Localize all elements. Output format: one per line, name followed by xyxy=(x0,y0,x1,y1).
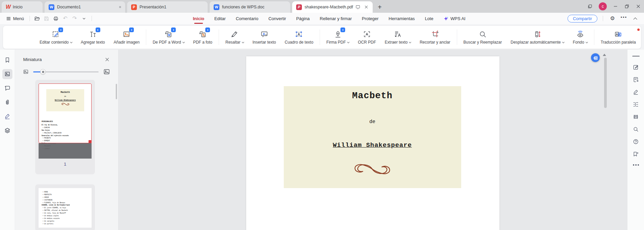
wps-logo-icon: W xyxy=(6,4,10,10)
ribbon-fondo[interactable]: Fondo xyxy=(569,27,592,48)
new-tab-button[interactable]: + xyxy=(375,2,385,12)
annotate-icon[interactable] xyxy=(631,62,641,72)
tab-bar: W Inicio W Documento1 P Presentación1 W … xyxy=(0,0,644,13)
ribbon-editar-contenido[interactable]: Editar contenido xyxy=(35,27,76,48)
ribbon-buscar-y-reemplazar[interactable]: Buscar y Reemplazar xyxy=(459,27,506,48)
thumb-text-line: El joven SIWARD, su hijo xyxy=(42,207,92,209)
add-image-icon xyxy=(122,30,131,39)
tab-funciones-de-wps[interactable]: W funciones de WPS.doc xyxy=(210,1,290,13)
document-viewer[interactable]: Macbeth de William Shakespeare xyxy=(118,50,627,230)
thumb-text-line: SEYTON, oficial de Macbeth xyxy=(42,209,92,212)
thumbnail-zoom-slider[interactable] xyxy=(33,69,99,74)
close-tab-icon[interactable] xyxy=(364,5,369,10)
ribbon-recortar-y-anclar[interactable]: Recortar y anclar xyxy=(415,27,454,48)
writer-doc-icon: W xyxy=(49,4,54,10)
document-scrollbar[interactable] xyxy=(604,58,607,108)
ribbon-de-pdf-a-word[interactable]: De PDF a Word xyxy=(148,27,189,48)
menu-tab-proteger[interactable]: Proteger xyxy=(357,13,384,24)
scroll-up-arrow[interactable] xyxy=(603,54,606,56)
thumbnail-page-2[interactable]: ROSSMENTEITHANGUSCAITHNESSFLEANCE, hijo … xyxy=(35,184,95,230)
crop-pin-icon xyxy=(431,30,439,39)
bookmark-icon[interactable] xyxy=(2,55,12,65)
collapse-ribbon-icon[interactable] xyxy=(631,14,639,22)
wps-pdf-window: W Inicio W Documento1 P Presentación1 W … xyxy=(0,0,644,230)
save-icon[interactable] xyxy=(43,14,51,22)
thumb-text-line: Un sargento xyxy=(42,220,92,223)
chevron-down-icon xyxy=(562,41,565,43)
share-button[interactable]: Compartir xyxy=(568,15,597,22)
layers-icon[interactable] xyxy=(2,125,12,135)
attachment-icon[interactable] xyxy=(2,97,12,107)
tab-home[interactable]: W Inicio xyxy=(2,1,43,13)
ribbon-agregar-texto[interactable]: Agregar texto xyxy=(76,27,109,48)
separator xyxy=(320,30,320,45)
menu-tab-convertir[interactable]: Convertir xyxy=(263,13,291,24)
ribbon-wrap: Editar contenido Agregar texto Añadir im… xyxy=(0,24,644,50)
visible-area-frame[interactable] xyxy=(39,83,92,143)
comment-icon[interactable] xyxy=(2,83,12,93)
menu-tab-inicio[interactable]: Inicio xyxy=(188,13,209,24)
reader-mode-icon[interactable] xyxy=(631,112,641,121)
ribbon-anadir-imagen[interactable]: Añadir imagen xyxy=(109,27,144,48)
menu-tab-wps-ai[interactable]: WPS AI xyxy=(438,13,471,24)
print-icon[interactable] xyxy=(52,14,60,22)
layout-columns-icon[interactable] xyxy=(631,100,641,109)
zoom-in-thumbnails-icon[interactable] xyxy=(103,68,110,75)
separator xyxy=(457,30,457,45)
glossary-add-icon[interactable] xyxy=(631,149,641,159)
quickbar-dropdown-icon[interactable] xyxy=(80,14,88,22)
chevron-down-icon xyxy=(70,41,72,43)
close-window-button[interactable] xyxy=(633,0,644,13)
more-options-icon[interactable]: ••• xyxy=(620,14,628,22)
ribbon-resaltar[interactable]: Resaltar xyxy=(221,27,248,48)
help-icon[interactable] xyxy=(631,137,641,146)
tab-shakespeare-macbeth-active[interactable]: P shakespeare-Macbeth.pdf xyxy=(292,1,373,13)
frame-resize-handle[interactable] xyxy=(89,140,92,143)
main-menu-button[interactable]: Menú xyxy=(4,16,26,21)
restore-button[interactable] xyxy=(621,0,633,13)
zoom-out-thumbnails-icon[interactable] xyxy=(23,69,29,74)
panel-scrollbar[interactable] xyxy=(116,84,117,99)
close-panel-icon[interactable] xyxy=(104,56,110,62)
redo-icon[interactable]: ↷ xyxy=(71,14,79,22)
menu-tab-lote[interactable]: Lote xyxy=(420,13,438,24)
panel-title: Miniatura xyxy=(23,57,42,62)
ribbon-insertar-texto[interactable]: Insertar texto xyxy=(248,27,280,48)
menu-tab-pagina[interactable]: Página xyxy=(291,13,315,24)
export-page-icon[interactable] xyxy=(631,75,641,84)
tab-list-icon[interactable] xyxy=(584,0,596,13)
user-avatar[interactable]: c xyxy=(599,2,607,10)
ribbon-toolbar: Editar contenido Agregar texto Añadir im… xyxy=(3,25,641,49)
convert-to-word-float-button[interactable] xyxy=(591,53,600,62)
thumbnails-icon[interactable] xyxy=(2,69,12,79)
more-tools-icon[interactable] xyxy=(633,164,639,166)
menu-tab-editar[interactable]: Editar xyxy=(209,13,231,24)
undo-icon[interactable]: ↶ xyxy=(61,14,69,22)
open-file-icon[interactable] xyxy=(33,14,41,22)
ribbon-pdf-a-foto[interactable]: PDF a foto xyxy=(189,27,217,48)
tab-presentacion1[interactable]: P Presentación1 xyxy=(127,1,208,13)
signature-icon[interactable] xyxy=(2,111,12,121)
content-area: Miniatura xyxy=(0,50,644,230)
ribbon-firma-pdf[interactable]: Firma PDF xyxy=(322,27,354,48)
tab-documento1[interactable]: W Documento1 xyxy=(45,1,125,13)
menu-tab-herramientas[interactable]: Herramientas xyxy=(384,13,420,24)
present-monitor-icon[interactable] xyxy=(355,5,360,10)
thumbnail-page-1[interactable]: Macbeth de William Shakespeare PERSONAJE… xyxy=(35,80,95,174)
slider-knob[interactable] xyxy=(40,69,46,74)
minimize-button[interactable] xyxy=(610,0,621,13)
menu-tab-rellenar-y-firmar[interactable]: Rellenar y firmar xyxy=(315,13,357,24)
window-controls: c xyxy=(584,0,644,13)
settings-gear-icon[interactable]: ⚙ xyxy=(608,14,616,22)
menu-tab-comentario[interactable]: Comentario xyxy=(231,13,263,24)
collapse-handle[interactable] xyxy=(632,56,640,57)
ribbon-desplazar-automaticamente[interactable]: Desplazar automáticamente xyxy=(506,27,568,48)
ribbon-extraer-texto[interactable]: Extraer texto xyxy=(380,27,415,48)
search-icon[interactable] xyxy=(631,124,641,134)
ribbon-traduccion-paralela[interactable]: Traducción paralela xyxy=(596,27,640,48)
ribbon-ocr-pdf[interactable]: OCR PDF xyxy=(354,27,380,48)
ai-badge-icon xyxy=(340,27,345,32)
ribbon-cuadro-de-texto[interactable]: Cuadro de texto xyxy=(280,27,318,48)
chevron-down-icon xyxy=(586,41,588,43)
signature-pen-icon[interactable] xyxy=(631,87,641,97)
